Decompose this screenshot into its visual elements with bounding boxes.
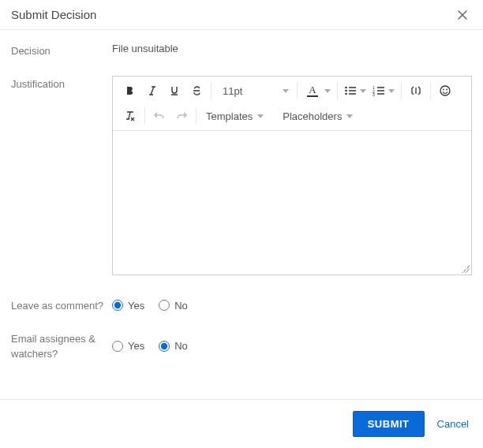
leave-comment-row: Leave as comment? Yes No [11, 297, 472, 313]
numbered-list-icon: 123 [373, 85, 385, 96]
text-color-select[interactable]: A [301, 80, 334, 102]
underline-button[interactable] [163, 80, 185, 102]
chevron-down-icon [346, 114, 353, 118]
close-icon [456, 9, 469, 21]
clear-format-icon [124, 110, 137, 122]
radio-label: Yes [128, 340, 144, 352]
font-size-value: 11pt [223, 85, 242, 97]
editor-toolbar: 11pt A [113, 77, 471, 131]
redo-icon [175, 110, 188, 122]
email-row: Email assignees & watchers? Yes No [11, 330, 472, 360]
toolbar-group-clear [116, 103, 144, 129]
submit-decision-dialog: Submit Decision Decision File unsuitable… [0, 0, 483, 448]
leave-comment-yes[interactable]: Yes [112, 300, 144, 312]
underline-icon [169, 85, 180, 96]
strikethrough-icon [191, 85, 202, 96]
justification-textarea[interactable] [113, 131, 471, 267]
leave-comment-no[interactable]: No [159, 300, 188, 312]
dialog-header: Submit Decision [0, 0, 483, 30]
email-radios: Yes No [112, 330, 472, 360]
radio-label: No [174, 340, 188, 352]
bullet-list-select[interactable] [341, 80, 369, 102]
dialog-footer: SUBMIT Cancel [0, 399, 483, 448]
radio-label: Yes [128, 300, 144, 312]
toolbar-group-fontsize: 11pt [212, 78, 297, 103]
justification-row: Justification [11, 76, 472, 275]
leave-comment-label: Leave as comment? [11, 297, 112, 313]
undo-icon [153, 110, 166, 122]
chevron-down-icon [388, 89, 395, 93]
svg-text:3: 3 [373, 92, 375, 96]
templates-menu[interactable]: Templates [200, 105, 270, 127]
redo-button[interactable] [170, 105, 193, 127]
clear-format-button[interactable] [119, 105, 141, 127]
code-icon [410, 85, 422, 96]
code-block-button[interactable] [405, 80, 427, 102]
leave-comment-radios: Yes No [112, 297, 472, 313]
text-color-icon: A [305, 84, 320, 97]
justification-editor-wrap: 11pt A [112, 76, 472, 275]
bullet-list-icon [344, 85, 357, 96]
svg-point-8 [446, 89, 447, 91]
email-yes[interactable]: Yes [112, 340, 144, 352]
chevron-down-icon [360, 89, 366, 93]
toolbar-group-lists: 123 [338, 78, 401, 103]
placeholders-menu[interactable]: Placeholders [276, 105, 359, 127]
email-label: Email assignees & watchers? [11, 330, 112, 360]
justification-label: Justification [11, 76, 112, 275]
toolbar-group-emoji [431, 78, 459, 103]
placeholders-label: Placeholders [283, 110, 342, 122]
toolbar-group-color: A [298, 78, 337, 103]
email-no[interactable]: No [159, 340, 188, 352]
cancel-button[interactable]: Cancel [437, 418, 469, 430]
toolbar-group-history [145, 103, 196, 129]
toolbar-group-format [116, 78, 211, 103]
toolbar-group-code [402, 78, 430, 103]
dialog-title: Submit Decision [11, 8, 96, 21]
radio-input[interactable] [159, 341, 170, 352]
radio-input[interactable] [159, 300, 170, 311]
chevron-down-icon [257, 114, 264, 118]
decision-label: Decision [11, 43, 112, 58]
toolbar-group-placeholders: Placeholders [273, 103, 362, 129]
svg-point-7 [443, 89, 444, 91]
italic-icon [147, 85, 158, 96]
undo-button[interactable] [148, 105, 170, 127]
strikethrough-button[interactable] [185, 80, 208, 102]
italic-button[interactable] [141, 80, 163, 102]
dialog-body: Decision File unsuitable Justification [0, 30, 483, 399]
radio-input[interactable] [112, 341, 123, 352]
chevron-down-icon [324, 89, 331, 93]
emoji-icon [439, 84, 451, 97]
editor-resize-handle[interactable] [113, 267, 471, 274]
chevron-down-icon [283, 89, 289, 93]
svg-point-2 [345, 93, 347, 95]
bold-button[interactable] [119, 80, 141, 102]
rich-text-editor: 11pt A [112, 76, 472, 275]
close-button[interactable] [456, 9, 469, 21]
font-size-select[interactable]: 11pt [215, 80, 294, 102]
radio-label: No [174, 300, 188, 312]
emoji-button[interactable] [434, 80, 456, 102]
bold-icon [125, 85, 136, 96]
svg-point-6 [440, 86, 450, 95]
templates-label: Templates [206, 110, 253, 122]
svg-point-0 [345, 87, 347, 89]
radio-input[interactable] [112, 300, 123, 311]
svg-point-1 [345, 90, 347, 92]
decision-value: File unsuitable [112, 43, 472, 58]
decision-row: Decision File unsuitable [11, 43, 472, 58]
numbered-list-select[interactable]: 123 [369, 80, 398, 102]
submit-button[interactable]: SUBMIT [353, 411, 425, 437]
toolbar-group-templates: Templates [197, 103, 273, 129]
